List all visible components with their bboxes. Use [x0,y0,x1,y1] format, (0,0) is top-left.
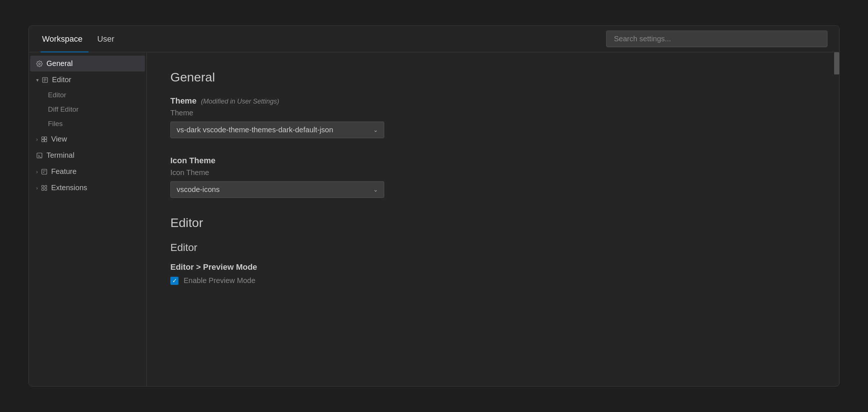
main-body: General ▾ Editor Editor [29,52,839,386]
sidebar-sub-item-editor[interactable]: Editor [30,88,145,102]
sidebar-item-general-label: General [46,59,73,68]
editor-heading: Editor [170,216,816,230]
svg-rect-14 [42,185,44,187]
sidebar-item-terminal[interactable]: Terminal [30,147,145,163]
feature-icon [41,168,48,175]
icon-theme-dropdown-chevron: ⌄ [373,186,378,193]
general-heading: General [170,70,816,84]
svg-rect-9 [37,153,42,158]
preview-mode-checkbox-label: Enable Preview Mode [184,276,256,285]
svg-rect-11 [42,169,47,174]
terminal-icon [36,152,43,159]
svg-rect-17 [45,188,46,190]
sidebar-sub-files-label: Files [48,120,63,128]
search-input[interactable] [606,31,827,47]
sidebar-item-extensions-label: Extensions [51,184,87,192]
preview-mode-checkbox-row: ✓ Enable Preview Mode [170,276,816,285]
chevron-down-icon: ▾ [36,77,39,83]
svg-rect-8 [44,139,46,142]
sidebar-item-view[interactable]: › View [30,131,145,147]
sidebar: General ▾ Editor Editor [29,52,147,386]
content-area: General Theme (Modified in User Settings… [147,52,839,386]
editor-icon [42,77,48,83]
sidebar-item-terminal-label: Terminal [46,151,74,160]
tab-workspace[interactable]: Workspace [41,26,88,52]
theme-dropdown[interactable]: vs-dark vscode-theme-themes-dark-default… [170,122,384,138]
sidebar-item-extensions[interactable]: › Extensions [30,180,145,196]
theme-dropdown-chevron: ⌄ [373,126,378,133]
extensions-icon [41,185,48,191]
editor-sub-heading: Editor [170,242,816,254]
theme-dropdown-value: vs-dark vscode-theme-themes-dark-default… [177,126,333,134]
tab-user[interactable]: User [96,26,120,52]
theme-setting-group: Theme (Modified in User Settings) Theme … [170,96,816,138]
sidebar-item-general[interactable]: General [30,56,145,71]
tab-bar: Workspace User [29,26,839,52]
sidebar-sub-editor-label: Editor [48,91,66,99]
search-box-container [606,31,827,47]
chevron-right-extensions-icon: › [36,185,38,191]
sidebar-item-editor-label: Editor [52,76,71,84]
preview-mode-checkbox[interactable]: ✓ [170,277,178,285]
icon-theme-dropdown[interactable]: vscode-icons ⌄ [170,181,384,198]
sidebar-item-feature[interactable]: › Feature [30,164,145,179]
sidebar-sub-item-files[interactable]: Files [30,117,145,131]
icon-theme-setting-group: Icon Theme Icon Theme vscode-icons ⌄ [170,156,816,198]
chevron-right-icon: › [36,136,38,142]
sidebar-sub-diff-editor-label: Diff Editor [48,105,79,114]
svg-rect-6 [44,137,46,139]
svg-rect-15 [45,185,46,187]
scrollbar-thumb[interactable] [834,52,839,74]
sidebar-item-feature-label: Feature [51,167,77,176]
svg-point-0 [39,63,41,64]
view-icon [41,136,48,143]
icon-theme-dropdown-value: vscode-icons [177,185,220,194]
icon-theme-sublabel: Icon Theme [170,168,816,177]
sidebar-item-editor[interactable]: ▾ Editor [30,72,145,88]
chevron-right-feature-icon: › [36,169,38,175]
checkmark-icon: ✓ [172,278,177,284]
app-container: Workspace User General ▾ [28,25,840,387]
preview-mode-setting-group: Editor > Preview Mode ✓ Enable Preview M… [170,262,816,285]
svg-rect-5 [42,137,44,139]
sidebar-item-view-label: View [51,135,67,143]
icon-theme-label-row: Icon Theme [170,156,816,165]
preview-mode-group-label: Editor > Preview Mode [170,262,816,272]
svg-rect-16 [42,188,44,190]
theme-modified-badge: (Modified in User Settings) [201,98,279,105]
theme-sublabel: Theme [170,109,816,117]
icon-theme-label: Icon Theme [170,156,215,165]
theme-label-row: Theme (Modified in User Settings) [170,96,816,106]
svg-rect-7 [42,139,44,142]
sidebar-sub-item-diff-editor[interactable]: Diff Editor [30,102,145,116]
gear-icon [36,60,43,67]
theme-label: Theme [170,96,197,106]
